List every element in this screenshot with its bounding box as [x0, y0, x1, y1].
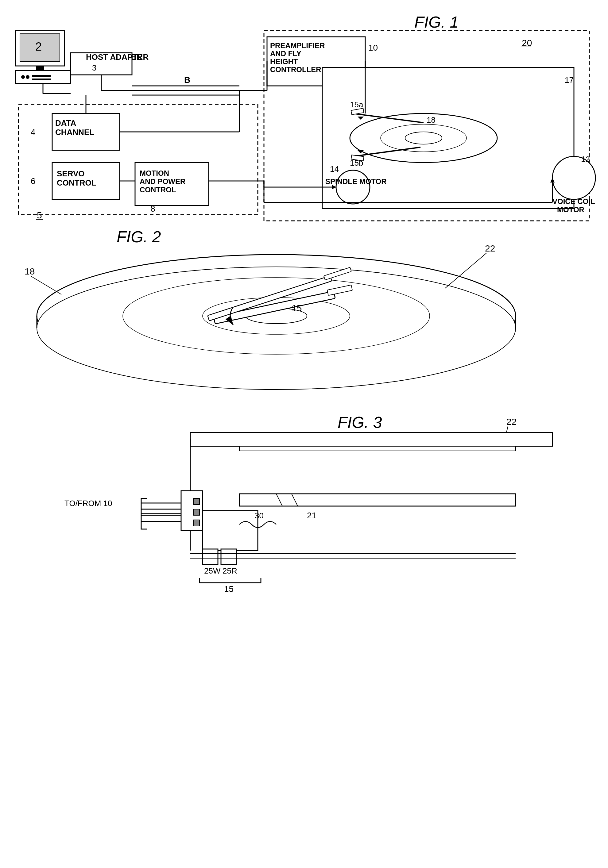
svg-line-80: [31, 276, 61, 294]
svg-text:3: 3: [92, 63, 96, 72]
fig3-title: FIG. 3: [337, 414, 382, 431]
motion-power-num: 8: [150, 204, 155, 214]
fig2-title: FIG. 2: [117, 228, 161, 246]
svg-text:MOTOR: MOTOR: [557, 206, 585, 214]
label-15a: 15a: [350, 100, 363, 109]
system-num: 20: [522, 38, 532, 48]
svg-point-41: [405, 132, 442, 144]
svg-text:VOICE COIL: VOICE COIL: [552, 197, 595, 206]
svg-text:SPINDLE MOTOR: SPINDLE MOTOR: [325, 177, 387, 186]
svg-text:DATA: DATA: [55, 118, 76, 128]
fig3-arm-num: 22: [506, 417, 516, 427]
fig3-slider-num: 15: [224, 584, 233, 594]
svg-rect-89: [202, 549, 218, 564]
svg-rect-103: [193, 498, 199, 505]
svg-text:CHANNEL: CHANNEL: [55, 128, 94, 137]
svg-text:HOST ADAPTER: HOST ADAPTER: [86, 53, 149, 62]
svg-point-69: [37, 267, 516, 389]
svg-rect-85: [239, 494, 516, 506]
fig3-to-from: TO/FROM 10: [64, 499, 112, 508]
label-15b: 15b: [350, 158, 363, 167]
label-17: 17: [565, 76, 574, 85]
svg-rect-104: [193, 509, 199, 515]
svg-rect-2: [36, 66, 44, 71]
svg-point-5: [26, 75, 30, 79]
fig2-disk-num: 18: [25, 266, 35, 276]
svg-rect-105: [193, 520, 199, 526]
bus-label: B: [184, 75, 190, 85]
svg-text:CONTROLLER: CONTROLLER: [270, 65, 321, 74]
fig3-write-head: 25W: [204, 566, 221, 575]
svg-rect-83: [190, 432, 552, 446]
svg-text:CONTROL: CONTROL: [57, 178, 96, 188]
servo-control-num: 6: [31, 177, 36, 186]
svg-rect-7: [32, 79, 51, 80]
fig2-slider-num: 15: [292, 303, 302, 313]
svg-text:AND FLY: AND FLY: [270, 50, 302, 58]
svg-rect-90: [221, 549, 236, 564]
svg-text:PREAMPLIFIER: PREAMPLIFIER: [270, 42, 325, 50]
svg-point-49: [336, 170, 370, 204]
svg-rect-88: [202, 511, 258, 550]
svg-point-4: [21, 75, 25, 79]
fig3-coil-num: 30: [255, 511, 264, 520]
svg-text:HEIGHT: HEIGHT: [270, 57, 298, 66]
svg-text:AND POWER: AND POWER: [140, 177, 185, 186]
svg-rect-6: [32, 75, 51, 77]
controller-num: 10: [368, 43, 378, 53]
svg-rect-84: [239, 446, 516, 451]
label-18: 18: [427, 115, 435, 124]
controller-group-num: 5: [37, 210, 42, 220]
svg-text:CONTROL: CONTROL: [140, 186, 176, 194]
svg-text:SERVO: SERVO: [57, 169, 85, 178]
voice-coil-num: 12: [581, 155, 590, 164]
spindle-num: 14: [330, 164, 339, 174]
computer-num-label: 2: [35, 40, 42, 53]
data-channel-num: 4: [31, 127, 36, 137]
svg-text:MOTION: MOTION: [140, 169, 169, 177]
fig3-suspension-num: 21: [307, 511, 316, 520]
fig1-title: FIG. 1: [414, 13, 459, 31]
fig3-read-head: 25R: [222, 566, 237, 575]
fig2-arm-num: 22: [485, 243, 495, 253]
